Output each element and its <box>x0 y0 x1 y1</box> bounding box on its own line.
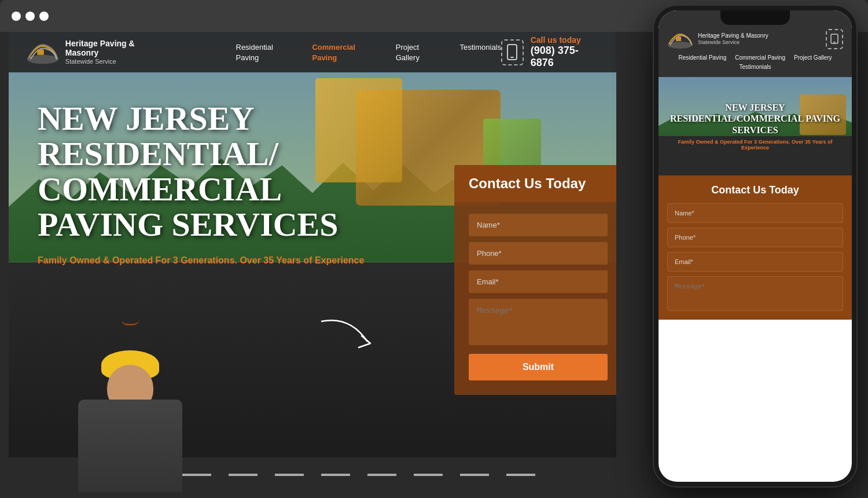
nav-link-testimonials[interactable]: Testimonials <box>459 43 501 52</box>
worker-body <box>78 400 182 492</box>
mobile-logo-icon <box>667 28 693 50</box>
mobile-logo[interactable]: Heritage Paving & Masonry Statewide Serv… <box>667 28 768 50</box>
worker-figure <box>78 376 182 492</box>
phone-icon-wrapper <box>501 39 524 65</box>
arrow-decoration <box>315 310 385 363</box>
mobile-brand-name: Heritage Paving & Masonry <box>698 32 768 39</box>
browser-dot-red[interactable] <box>12 12 21 21</box>
road-dash <box>367 474 396 476</box>
contact-form-title: Contact Us Today <box>469 175 608 192</box>
road-dash <box>229 474 258 476</box>
svg-rect-1 <box>37 49 44 55</box>
mobile-phone-icon <box>826 29 843 49</box>
mobile-nav-residential[interactable]: Residential Paving <box>678 54 726 61</box>
svg-rect-3 <box>510 57 514 58</box>
submit-button[interactable]: Submit <box>469 354 608 380</box>
phone-text: Call us today (908) 375-6876 <box>531 35 599 69</box>
mobile-contact-title: Contact Us Today <box>667 184 843 196</box>
browser-dot-yellow[interactable] <box>25 12 35 21</box>
mobile-nav-commercial[interactable]: Commercial Paving <box>735 54 785 61</box>
browser-dot-green[interactable] <box>39 12 49 21</box>
mobile-phone: Heritage Paving & Masonry Statewide Serv… <box>654 6 856 486</box>
mobile-hero-subtitle: Family Owned & Operated For 3 Generation… <box>664 139 846 151</box>
nav-link-commercial[interactable]: Commercial Paving <box>312 43 355 62</box>
mobile-email-input[interactable] <box>667 252 843 272</box>
road-dash <box>506 474 535 476</box>
brand-subtitle: Statewide Service <box>65 58 167 65</box>
mobile-device-icon <box>830 34 838 44</box>
logo[interactable]: Heritage Paving & Masonry Statewide Serv… <box>26 38 167 67</box>
road-dash <box>460 474 489 476</box>
message-input[interactable] <box>469 299 608 345</box>
phone-screen: Heritage Paving & Masonry Statewide Serv… <box>659 10 852 482</box>
road-dash <box>275 474 304 476</box>
phone-number[interactable]: (908) 375-6876 <box>531 45 599 69</box>
browser-dots <box>12 12 49 21</box>
nav-item-gallery[interactable]: Project Gallery <box>396 42 443 63</box>
nav-link-residential[interactable]: Residential Paving <box>236 43 273 62</box>
mobile-contact-section: Contact Us Today <box>659 175 852 320</box>
phone-info: Call us today (908) 375-6876 <box>501 35 599 69</box>
road-dash <box>414 474 443 476</box>
phone-input[interactable] <box>469 242 608 265</box>
mobile-brand-sub: Statewide Service <box>698 39 768 46</box>
contact-panel-header: Contact Us Today <box>454 165 616 202</box>
desktop-window: Heritage Paving & Masonry Statewide Serv… <box>9 32 616 492</box>
nav-link-gallery[interactable]: Project Gallery <box>396 43 420 62</box>
name-input[interactable] <box>469 214 608 236</box>
mobile-nav-testimonials[interactable]: Testimonials <box>739 64 771 70</box>
phone-icon <box>506 44 518 60</box>
mobile-hero-title: NEW JERSEY RESIDENTIAL/COMMERCIAL PAVING… <box>664 102 846 136</box>
hero-title: NEW JERSEY RESIDENTIAL/ COMMERCIAL PAVIN… <box>38 101 385 243</box>
road-dash <box>321 474 350 476</box>
nav-item-testimonials[interactable]: Testimonials <box>459 42 501 63</box>
mobile-nav-gallery[interactable]: Project Gallery <box>794 54 832 61</box>
contact-panel: Contact Us Today Submit <box>454 165 616 395</box>
mobile-nav-links: Residential Paving Commercial Paving Pro… <box>667 54 843 70</box>
mobile-message-input[interactable] <box>667 276 843 311</box>
navigation-bar: Heritage Paving & Masonry Statewide Serv… <box>9 32 616 72</box>
mobile-phone-input[interactable] <box>667 228 843 247</box>
contact-form: Submit <box>469 214 608 380</box>
svg-rect-7 <box>833 42 836 43</box>
hero-subtitle: Family Owned & Operated For 3 Generation… <box>38 254 385 267</box>
mobile-hero: NEW JERSEY RESIDENTIAL/COMMERCIAL PAVING… <box>659 77 852 175</box>
logo-icon <box>26 38 60 67</box>
mobile-nav-top: Heritage Paving & Masonry Statewide Serv… <box>667 28 843 50</box>
phone-notch <box>720 10 790 25</box>
nav-item-commercial[interactable]: Commercial Paving <box>312 42 378 63</box>
email-input[interactable] <box>469 270 608 293</box>
call-label: Call us today <box>531 35 599 45</box>
road-dash <box>182 474 211 476</box>
mobile-logo-text: Heritage Paving & Masonry Statewide Serv… <box>698 32 768 46</box>
logo-text: Heritage Paving & Masonry Statewide Serv… <box>65 39 167 66</box>
mobile-hero-text: NEW JERSEY RESIDENTIAL/COMMERCIAL PAVING… <box>659 96 852 156</box>
nav-item-residential[interactable]: Residential Paving <box>236 42 295 63</box>
svg-rect-5 <box>676 36 681 41</box>
mobile-contact-form <box>667 203 843 311</box>
brand-name: Heritage Paving & Masonry <box>65 39 167 58</box>
mobile-name-input[interactable] <box>667 203 843 223</box>
nav-links: Residential Paving Commercial Paving Pro… <box>236 42 502 63</box>
hero-content: NEW JERSEY RESIDENTIAL/ COMMERCIAL PAVIN… <box>38 101 385 267</box>
